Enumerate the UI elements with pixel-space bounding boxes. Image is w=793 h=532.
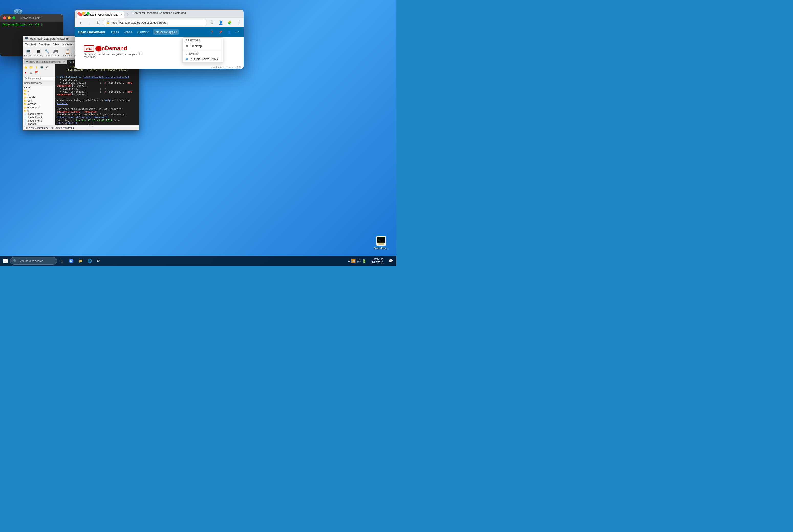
extension-icon[interactable]: 🧩 — [226, 19, 233, 26]
nav-clusters[interactable]: Clusters ▾ — [135, 30, 152, 35]
tree-item-okawas[interactable]: 📁okawas — [23, 102, 55, 106]
nav-gear-icon[interactable]: ⚙ — [44, 65, 50, 70]
nav-pin-btn[interactable]: 📌 — [217, 30, 225, 35]
taskbar-store-btn[interactable]: 🛍 — [94, 256, 103, 265]
terminal-info: ▶ For more info, ctrl+click on help or v… — [57, 99, 138, 105]
moba-home-path: /home/kimwong/ — [22, 81, 55, 85]
taskbar-edge-btn[interactable]: 🌐 — [85, 256, 94, 265]
clusters-arrow: ▾ — [149, 31, 150, 33]
dropdown-rstudio[interactable]: RStudio Server 2024 — [182, 56, 223, 62]
remote-monitoring-label[interactable]: 🖥 Remote monitoring — [52, 127, 74, 129]
nav-info-icon[interactable]: ℹ — [34, 65, 39, 70]
more-icon[interactable]: ⋮ — [234, 19, 241, 26]
terminal-close-btn[interactable] — [3, 16, 6, 19]
tree-item-cache[interactable]: 📁.. — [23, 92, 55, 96]
menu-xserver[interactable]: X server — [61, 42, 75, 46]
menu-terminal[interactable]: Terminal — [23, 42, 37, 46]
toolbar-tools-label: Tools — [44, 54, 50, 57]
start-button[interactable] — [2, 257, 10, 265]
moba-main-content: ⭐ 📁 ℹ 💻 ⚙ ● ⊞ 🚩 /home/kimwong/ — [22, 64, 139, 125]
nav-star-icon[interactable]: ⭐ — [23, 65, 28, 70]
browser-controls: ‹ › ↻ 🔒 https://viz.res.crc.pitt.edu/pun… — [75, 18, 244, 27]
back-btn[interactable]: ‹ — [77, 19, 84, 26]
follow-terminal-label[interactable]: Follow terminal folder — [24, 127, 50, 129]
taskbar-chrome-btn[interactable] — [67, 256, 76, 265]
toolbar-servers[interactable]: 🖥 Servers — [34, 48, 43, 57]
toolbar-sessions[interactable]: 📋 Sessions — [63, 48, 72, 57]
tree-item-bash-profile[interactable]: 📄.bash_profile — [23, 119, 55, 122]
bookmark-icon[interactable]: ☆ — [208, 19, 215, 26]
ood-logo-section: OPEN ⬤nDemand OnDemand provides an integ… — [84, 45, 156, 58]
ood-logo-row: OPEN ⬤nDemand — [84, 45, 127, 52]
forward-btn[interactable]: › — [85, 19, 93, 26]
task-view-btn[interactable]: ⊞ — [58, 256, 66, 265]
dropdown-desktop[interactable]: 🖥 Desktop — [182, 42, 223, 50]
chevron-up-icon[interactable]: ∧ — [348, 259, 350, 263]
browser-close-btn[interactable] — [77, 12, 80, 15]
tab-close-icon[interactable]: ✕ — [120, 13, 122, 16]
moba-tab-1[interactable]: 🖥️ login.res.crc.pitt.edu (kimwong) ✕ — [23, 59, 67, 64]
nav-folder-icon[interactable]: 📁 — [28, 65, 34, 70]
terminal-compression: • SSH Compression : ✗ (disabled or not s… — [57, 81, 138, 87]
nav-grid-icon[interactable]: ⊞ — [28, 70, 34, 75]
edge-icon: 🌐 — [88, 259, 92, 263]
tree-item-ssh[interactable]: 📁.ssh — [23, 99, 55, 102]
browser-minimize-btn[interactable] — [82, 12, 85, 15]
terminal-maximize-btn[interactable] — [12, 16, 15, 19]
tree-item-bash-history[interactable]: 📄.bash_history — [23, 112, 55, 116]
terminal-small-prompt: [kimwong@login.rea ~]$ | — [2, 23, 42, 26]
terminal-prompt-line: [kimwong@login.res ~]$ █ — [57, 125, 138, 125]
nav-red-dot-icon[interactable]: ● — [23, 70, 28, 75]
sessions-icon: 📋 — [65, 49, 71, 54]
tree-item-conda[interactable]: 📁.conda — [23, 96, 55, 99]
follow-terminal-checkbox[interactable] — [24, 127, 26, 129]
session-icon: 💻 — [25, 49, 31, 54]
new-tab-btn[interactable]: + — [124, 11, 130, 17]
menu-sessions[interactable]: Sessions — [37, 42, 52, 46]
nav-terminal-icon[interactable]: 💻 — [39, 65, 44, 70]
taskbar-search[interactable]: 🔍 Type here to search — [10, 257, 57, 265]
nav-logout-btn[interactable]: ↩ — [234, 30, 240, 35]
nav-flag-icon[interactable]: 🚩 — [34, 70, 39, 75]
mobaxterm-desktop-icon[interactable]: $ _ MobaXter... — [371, 235, 391, 251]
jobs-arrow: ▾ — [131, 31, 132, 33]
toolbar-tools[interactable]: 🔧 Tools — [44, 48, 51, 57]
interactive-apps-arrow: ▾ — [176, 31, 177, 33]
quick-connect-input[interactable] — [23, 77, 55, 80]
files-taskbar-icon: 📁 — [78, 259, 83, 263]
nav-files[interactable]: Files ▾ — [109, 30, 121, 35]
refresh-btn[interactable]: ↻ — [94, 19, 101, 26]
tree-item-bash-logout[interactable]: 📄.bash_logout — [23, 116, 55, 119]
search-icon: 🔍 — [13, 259, 17, 263]
nav-help-btn[interactable]: ❓ — [208, 30, 216, 35]
moba-file-tree[interactable]: Name 📁.. 📁.. 📁.conda 📁.ssh — [22, 85, 55, 125]
terminal-minimize-btn[interactable] — [8, 16, 11, 19]
menu-view[interactable]: View — [52, 42, 61, 46]
toolbar-games[interactable]: 🎮 Games — [52, 48, 60, 57]
taskbar-clock[interactable]: 3:45 PM 11/17/2024 — [368, 257, 385, 264]
toolbar-session[interactable]: 💻 Session — [23, 48, 33, 57]
nav-interactive-apps[interactable]: Interactive Apps ▾ — [153, 30, 179, 35]
wifi-icon: 📶 — [351, 259, 355, 263]
clusters-label: Clusters — [137, 31, 148, 34]
tab-1-close[interactable]: ✕ — [63, 61, 65, 63]
taskbar-files-btn[interactable]: 📁 — [76, 256, 85, 265]
toolbar-games-label: Games — [52, 54, 59, 57]
terminal-ssh-session: ▶ SSH session to kimwong@login.res.crc.p… — [57, 75, 138, 78]
tree-item-tk[interactable]: 📁tk — [23, 109, 55, 112]
profile-icon[interactable]: 👤 — [217, 19, 224, 26]
notification-btn[interactable]: 💬 — [386, 256, 395, 265]
nav-jobs[interactable]: Jobs ▾ — [122, 30, 134, 35]
lock-icon: 🔒 — [106, 21, 110, 24]
follow-terminal-text: Follow terminal folder — [27, 127, 50, 129]
moba-icon: 🖥️ — [24, 37, 29, 40]
browser-maximize-btn[interactable] — [86, 12, 90, 15]
moba-bottom-bar: Follow terminal folder 🖥 Remote monitori… — [22, 125, 139, 130]
svg-rect-8 — [378, 243, 384, 245]
moba-terminal[interactable]: • MobaXterm Personal Edition v24.3 • (SS… — [55, 64, 139, 125]
tree-item-parent[interactable]: 📁.. — [23, 89, 55, 92]
tree-item-bashrc[interactable]: 📄.bashrc — [23, 122, 55, 125]
address-bar[interactable]: 🔒 https://viz.res.crc.pitt.edu/pun/sys/d… — [103, 19, 207, 26]
tree-item-ondemand[interactable]: 📁ondemand — [23, 106, 55, 109]
nav-user-btn[interactable]: 👤 — [226, 30, 233, 35]
